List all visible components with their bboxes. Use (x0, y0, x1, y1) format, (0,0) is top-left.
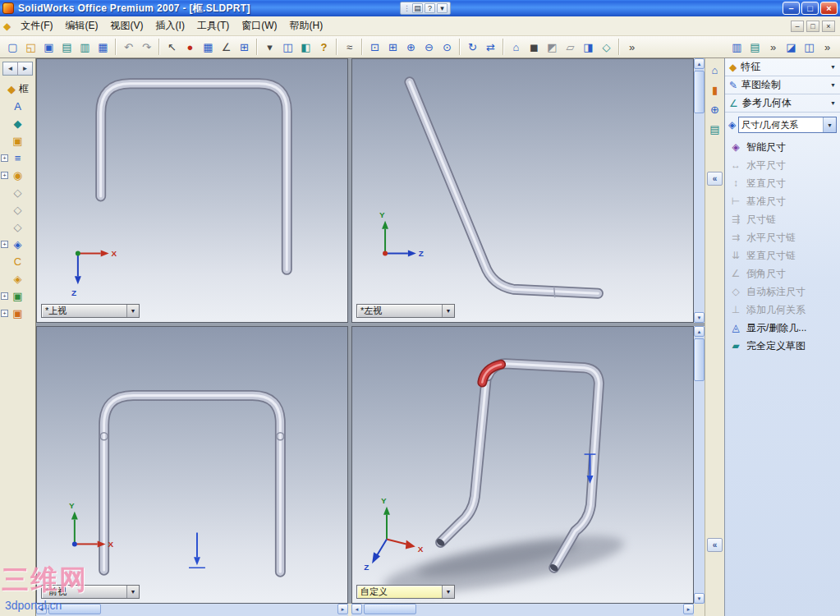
expander-icon[interactable]: + (1, 292, 8, 300)
expander-icon[interactable]: + (1, 310, 8, 317)
pan-icon[interactable]: ⇄ (482, 39, 499, 56)
left-view-canvas[interactable]: Y Z (352, 59, 693, 322)
panel-item-fully-define-sketch[interactable]: ▰ 完全定义草图 (725, 337, 840, 355)
tree-item-sweep[interactable]: C (0, 253, 35, 270)
chevron-down-icon[interactable]: ▼ (830, 82, 836, 88)
tree-item-sketch-plane[interactable]: ◈ (0, 270, 35, 287)
zoom-tool-icon[interactable]: ⊕ (707, 101, 723, 117)
panel-group-sketch[interactable]: ✎ 草图绘制 ▼ (725, 76, 840, 94)
tree-item-right-plane[interactable]: ◇ (0, 218, 35, 236)
select-icon[interactable]: ↖ (163, 39, 181, 56)
panel-item-vertical-ordinate[interactable]: ⇊ 竖直尺寸链 (725, 246, 840, 264)
expander-icon[interactable]: + (1, 154, 8, 162)
zoom-in-out-icon[interactable]: ⊕ (402, 39, 420, 56)
tree-item-material[interactable]: + ◉ (0, 167, 35, 184)
bottom-viewport-vertical-scrollbar[interactable]: ▲ ▼ (694, 326, 705, 604)
panel-item-vertical-dimension[interactable]: ↕ 竖直尺寸 (725, 174, 840, 192)
ime-help-icon[interactable]: ? (425, 3, 435, 13)
toolbar-overflow-3-icon[interactable]: » (819, 39, 836, 56)
view-orientation-selector[interactable]: *上视 ▼ (41, 304, 140, 318)
rotate-view-icon[interactable]: ↻ (464, 39, 481, 56)
chair-frame-model[interactable] (100, 396, 284, 572)
rebuild-icon[interactable]: ● (181, 39, 199, 56)
scroll-right-button[interactable]: ► (337, 604, 348, 614)
help-icon[interactable]: ? (315, 39, 333, 56)
chevron-down-icon[interactable]: ▼ (442, 305, 454, 317)
ime-language-bar[interactable]: ⋮ ▤ ? ▾ (400, 2, 451, 15)
command-category-dropdown[interactable]: 尺寸/几何关系 ▼ (738, 117, 837, 133)
scroll-thumb[interactable] (694, 71, 705, 113)
collapse-panel-button-bottom[interactable]: « (707, 538, 723, 552)
chevron-down-icon[interactable]: ▼ (442, 586, 454, 598)
features-dropdown-icon[interactable]: ▾ (261, 39, 278, 56)
menu-insert[interactable]: 插入(I) (150, 16, 190, 35)
page-layout-icon[interactable]: ◧ (297, 39, 314, 56)
chair-frame-model[interactable] (435, 364, 599, 573)
appearance-icon[interactable]: ▮ (707, 81, 723, 98)
highlighted-segment[interactable] (482, 365, 501, 383)
toolbar-overflow-2-icon[interactable]: » (764, 39, 782, 56)
zoom-selection-icon[interactable]: ⊙ (438, 39, 456, 56)
scroll-track[interactable] (694, 69, 705, 312)
tree-item-sketch-1[interactable]: + ▣ (0, 287, 35, 305)
section-view-icon[interactable]: ◨ (580, 39, 597, 56)
scroll-down-button[interactable]: ▼ (694, 593, 705, 604)
shaded-icon[interactable]: ◼ (526, 39, 543, 56)
panel-item-horizontal-ordinate[interactable]: ⇉ 水平尺寸链 (725, 228, 840, 246)
tree-item-front-plane[interactable]: ◇ (0, 184, 35, 201)
left-viewport-horizontal-scrollbar[interactable]: ◄ ► (36, 604, 348, 616)
scroll-thumb[interactable] (694, 338, 705, 381)
scroll-track[interactable] (362, 604, 683, 616)
minimize-button[interactable]: – (783, 2, 800, 15)
zoom-out-icon[interactable]: ⊖ (420, 39, 438, 56)
make-assembly-icon[interactable]: ▥ (76, 39, 94, 56)
close-button[interactable]: × (820, 2, 838, 15)
dimension-icon[interactable]: ∠ (218, 39, 235, 56)
panel-item-baseline-dimension[interactable]: ⊢ 基准尺寸 (725, 192, 840, 210)
tree-item-annotations[interactable]: A (0, 98, 35, 115)
tree-item-lighting[interactable]: ▣ (0, 132, 35, 149)
mdi-restore-button[interactable]: □ (806, 21, 819, 32)
chevron-down-icon[interactable]: ▼ (126, 586, 139, 598)
window-cascade-icon[interactable]: ◫ (801, 39, 818, 56)
right-viewport-horizontal-scrollbar[interactable]: ◄ ► (351, 604, 694, 616)
restore-button[interactable]: □ (801, 2, 819, 15)
collapse-panel-button-top[interactable]: « (707, 172, 723, 186)
tree-item-top-plane[interactable]: ◇ (0, 201, 35, 218)
mdi-close-button[interactable]: × (822, 21, 835, 32)
chair-frame-model[interactable] (101, 84, 287, 270)
home-view-icon[interactable]: ⌂ (707, 62, 723, 78)
make-drawing-icon[interactable]: ▤ (58, 39, 76, 56)
feature-manager-toggle-icon[interactable]: ▥ (728, 39, 746, 56)
sketch-entities-icon[interactable]: ⊞ (236, 39, 253, 56)
menu-help[interactable]: 帮助(H) (284, 16, 329, 35)
scroll-up-button[interactable]: ▲ (694, 58, 705, 69)
view-orientation-icon[interactable]: ◇ (598, 39, 615, 56)
viewport-custom-view[interactable]: Y X Z 自定义 ▼ (351, 326, 694, 604)
scroll-down-button[interactable]: ▼ (694, 312, 705, 323)
menu-view[interactable]: 视图(V) (105, 16, 149, 35)
panel-group-reference-geometry[interactable]: ∠ 参考几何体 ▼ (725, 94, 840, 113)
tree-item-part-root[interactable]: ◆ 框 (0, 80, 35, 98)
keyboard-icon[interactable]: ▤ (412, 3, 423, 13)
chair-frame-model[interactable] (410, 82, 599, 297)
viewport-vertical-splitter[interactable] (348, 58, 351, 616)
toolbar-overflow-icon[interactable]: » (623, 39, 640, 56)
sketch-icon[interactable]: ▦ (200, 39, 217, 56)
hidden-lines-icon[interactable]: ◩ (544, 39, 561, 56)
zoom-fit-icon[interactable]: ⊡ (366, 39, 383, 56)
scroll-right-button[interactable]: ► (683, 604, 694, 614)
view-orientation-selector[interactable]: *左视 ▼ (356, 304, 455, 318)
viewport-horizontal-splitter[interactable] (36, 323, 705, 326)
viewport-top-view[interactable]: X Z *上视 ▼ (36, 58, 348, 323)
document-properties-icon[interactable]: ▤ (746, 39, 764, 56)
measure-icon[interactable]: ≈ (341, 39, 358, 56)
tree-next-button[interactable]: ► (17, 62, 32, 75)
scroll-track[interactable] (694, 337, 705, 593)
open-icon[interactable]: ◱ (22, 39, 39, 56)
scroll-left-button[interactable]: ◄ (351, 604, 362, 614)
chevron-down-icon[interactable]: ▼ (126, 305, 139, 317)
menu-tools[interactable]: 工具(T) (191, 16, 235, 35)
panel-item-horizontal-dimension[interactable]: ↔ 水平尺寸 (725, 156, 840, 174)
chevron-down-icon[interactable]: ▼ (830, 64, 836, 70)
